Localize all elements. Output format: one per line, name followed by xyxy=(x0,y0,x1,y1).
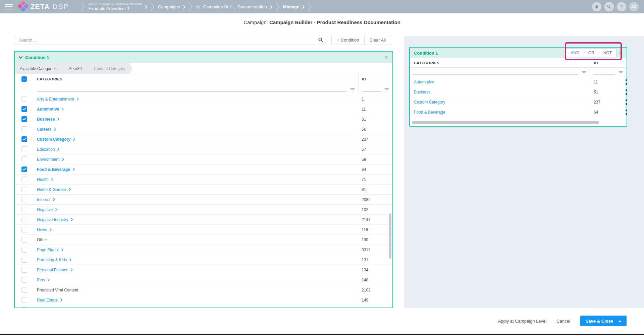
filter-icon[interactable] xyxy=(582,71,586,75)
chevron-right-icon[interactable] xyxy=(69,258,71,261)
category-label[interactable]: Careers xyxy=(37,127,51,132)
category-label[interactable]: Education xyxy=(37,147,55,152)
selected-category-row[interactable]: Custom Category237 xyxy=(410,97,627,107)
category-label[interactable]: Environment xyxy=(37,157,59,162)
chevron-right-icon[interactable] xyxy=(48,278,50,281)
table-row[interactable]: Real Estate149 xyxy=(15,295,392,305)
save-close-button[interactable]: Save & Close xyxy=(580,316,627,326)
chevron-right-icon[interactable] xyxy=(62,108,64,111)
table-row[interactable]: Parenting & Kids131 xyxy=(15,255,392,265)
table-row[interactable]: Arts & Entertainment1 xyxy=(15,94,392,104)
selected-category-row[interactable]: Automotive11 xyxy=(410,77,627,87)
chevron-right-icon[interactable] xyxy=(73,138,75,141)
clear-all-button[interactable]: Clear All xyxy=(365,35,391,45)
category-label[interactable]: Custom Category xyxy=(414,100,445,105)
chevron-right-icon[interactable] xyxy=(57,148,59,151)
categories-filter-input[interactable] xyxy=(413,74,578,75)
chevron-right-icon[interactable] xyxy=(62,158,64,161)
notifications-button[interactable] xyxy=(592,2,601,11)
tab-content-category[interactable]: Content Category xyxy=(87,63,133,74)
chevron-right-icon[interactable] xyxy=(61,248,63,251)
table-row[interactable]: Personal Finance134 xyxy=(15,265,392,275)
category-label[interactable]: Personal Finance xyxy=(37,268,68,272)
table-row[interactable]: Recreation & Games154 xyxy=(15,305,392,308)
id-filter-input[interactable] xyxy=(593,74,615,75)
row-checkbox[interactable] xyxy=(21,126,27,132)
select-all-checkbox[interactable] xyxy=(21,76,27,82)
operator-or-button[interactable]: OR xyxy=(584,49,599,57)
row-checkbox[interactable] xyxy=(21,257,27,263)
row-checkbox[interactable] xyxy=(21,227,27,232)
table-row[interactable]: Pets148 xyxy=(15,275,392,285)
global-search-button[interactable] xyxy=(604,2,614,11)
table-row[interactable]: News116 xyxy=(15,225,392,235)
category-label[interactable]: Food & Beverage xyxy=(414,110,445,115)
chevron-down-icon[interactable] xyxy=(19,56,22,59)
breadcrumb-item[interactable]: Manage xyxy=(283,4,305,9)
category-label[interactable]: Custom Category xyxy=(37,137,70,142)
table-row[interactable]: Home & Garden81 xyxy=(15,185,392,195)
category-label[interactable]: Automotive xyxy=(37,107,59,112)
close-icon[interactable]: ✕ xyxy=(619,51,623,55)
category-label[interactable]: Arts & Entertainment xyxy=(37,97,74,102)
filter-icon[interactable] xyxy=(384,88,389,92)
row-checkbox[interactable] xyxy=(21,267,27,273)
table-row[interactable]: Custom Category237 xyxy=(15,134,392,144)
tab-available-categories[interactable]: Available Categories xyxy=(15,63,64,74)
table-row[interactable]: Automotive11 xyxy=(15,104,392,114)
chevron-right-icon[interactable] xyxy=(53,198,55,201)
chevron-right-icon[interactable] xyxy=(77,97,79,100)
category-label[interactable]: Food & Beverage xyxy=(37,167,70,172)
row-checkbox[interactable] xyxy=(21,96,27,102)
category-label[interactable]: Business xyxy=(414,90,430,94)
chevron-right-icon[interactable] xyxy=(57,118,59,121)
row-checkbox[interactable] xyxy=(21,106,27,112)
categories-filter-input[interactable] xyxy=(37,91,347,92)
row-checkbox[interactable] xyxy=(21,177,27,182)
category-label[interactable]: Health xyxy=(37,177,49,182)
table-row[interactable]: Business51 xyxy=(15,114,392,124)
category-label[interactable]: Negative xyxy=(37,207,53,212)
id-filter-input[interactable] xyxy=(362,91,381,92)
breadcrumb-item[interactable]: Campaigns xyxy=(158,4,185,9)
menu-icon[interactable] xyxy=(5,4,13,9)
selected-category-row[interactable]: Business51 xyxy=(410,87,627,97)
row-checkbox[interactable] xyxy=(21,297,27,303)
category-label[interactable]: Automotive xyxy=(414,80,434,84)
chevron-right-icon[interactable] xyxy=(55,208,57,211)
chevron-right-icon[interactable] xyxy=(71,218,73,221)
chevron-right-icon[interactable] xyxy=(60,298,62,302)
filter-icon[interactable] xyxy=(619,71,623,75)
chevron-right-icon[interactable] xyxy=(69,188,71,191)
table-row[interactable]: Predicted Viral Content2102 xyxy=(15,285,392,295)
operator-and-button[interactable]: AND xyxy=(566,49,583,57)
table-row[interactable]: Education57 xyxy=(15,144,392,154)
row-checkbox[interactable] xyxy=(21,277,27,283)
breadcrumb-item[interactable]: SMART PROJECTS (VARIABLE MARGIN)Example … xyxy=(88,2,147,11)
table-row[interactable]: Interest2082 xyxy=(15,195,392,205)
chevron-right-icon[interactable] xyxy=(51,178,53,181)
row-checkbox[interactable] xyxy=(21,166,27,172)
table-row[interactable]: Negative Industry2147 xyxy=(15,215,392,225)
category-label[interactable]: Interest xyxy=(37,197,50,202)
row-checkbox[interactable] xyxy=(21,207,27,212)
operator-not-button[interactable]: NOT xyxy=(599,49,616,57)
chevron-right-icon[interactable] xyxy=(54,128,56,131)
row-checkbox[interactable] xyxy=(21,197,27,202)
close-icon[interactable]: ✕ xyxy=(384,55,388,60)
search-input[interactable] xyxy=(14,38,314,43)
row-checkbox[interactable] xyxy=(21,237,27,243)
row-checkbox[interactable] xyxy=(21,156,27,162)
table-row[interactable]: Environment59 xyxy=(15,154,392,164)
apply-campaign-level-button[interactable]: Apply at Campaign Level xyxy=(498,319,547,324)
breadcrumb-item[interactable]: Campaign Buil ... Documentation xyxy=(196,4,272,9)
cancel-button[interactable]: Cancel xyxy=(556,319,570,324)
category-label[interactable]: Business xyxy=(37,117,55,122)
table-row[interactable]: Page Signal3311 xyxy=(15,245,392,255)
table-row[interactable]: Food & Beverage64 xyxy=(15,164,392,175)
row-checkbox[interactable] xyxy=(21,217,27,222)
chevron-right-icon[interactable] xyxy=(73,168,75,171)
row-checkbox[interactable] xyxy=(21,116,27,122)
chevron-right-icon[interactable] xyxy=(50,228,52,231)
category-label[interactable]: Pets xyxy=(37,278,45,282)
